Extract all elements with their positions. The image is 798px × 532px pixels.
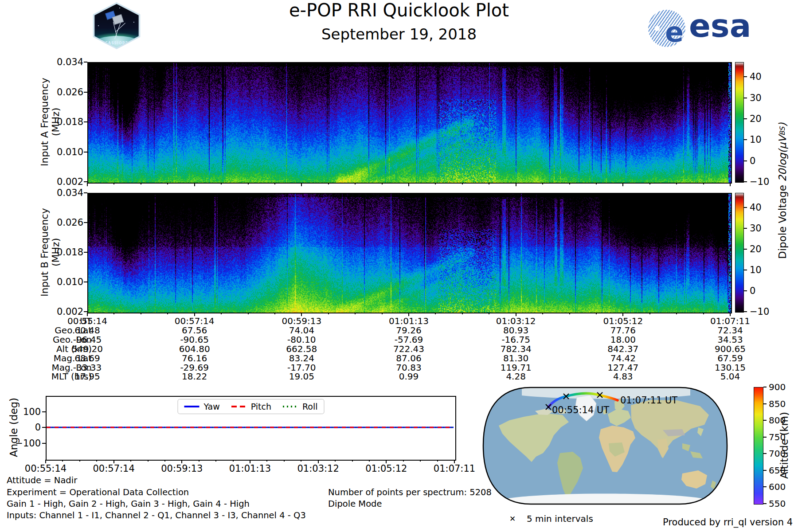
freq-tick-label: 0.010 [48, 147, 83, 157]
angle-xtick-minor [164, 460, 165, 462]
angle-xtick-minor [369, 460, 370, 462]
time-tick-major [516, 313, 516, 316]
angle-xtick-major [318, 460, 319, 463]
attitude-line: Attitude = Nadir [7, 475, 77, 485]
cbar-tick-mark [744, 118, 747, 119]
time-tick-minor [328, 313, 329, 314]
cbar-tick-mark [744, 311, 747, 312]
time-tick-minor [435, 183, 436, 184]
cbar-tick-mark [744, 249, 747, 250]
altbar-tick-mark [763, 403, 767, 404]
freq-tick-label: 0.010 [48, 277, 83, 287]
time-tick-minor [167, 313, 168, 314]
time-tick-minor [221, 313, 222, 314]
angle-xtick-minor [403, 460, 404, 462]
angle-xtick-label: 01:01:13 [215, 463, 286, 474]
yaw-line-swatch [184, 406, 200, 407]
time-tick-minor [355, 183, 356, 184]
time-tick-major [301, 313, 302, 316]
ephemeris-cell: 18.22 [141, 371, 249, 382]
spectrogram-b [87, 193, 732, 313]
cbar-tick-mark [744, 98, 747, 98]
time-tick-major [87, 183, 88, 186]
time-tick-major [408, 183, 409, 186]
inputs-line: Inputs: Channel 1 - I1, Channel 2 - Q1, … [7, 510, 306, 520]
spectrogram-a [87, 62, 732, 184]
angle-legend: YawPitchRoll [178, 399, 325, 414]
time-tick-minor [703, 313, 704, 314]
angle-xtick-minor [301, 460, 301, 462]
time-tick-minor [328, 183, 329, 184]
time-tick-minor [649, 313, 650, 314]
angle-plot: YawPitchRoll [46, 396, 456, 461]
freq-tick-mark [84, 252, 87, 253]
altbar-tick-mark [763, 503, 767, 504]
time-tick-major [194, 313, 195, 316]
angle-xtick-minor [79, 460, 80, 462]
figure: e-POP RRI Quicklook Plot September 19, 2… [0, 0, 798, 532]
colorbar-label: Dipole Voltage 20log(μVBS) [777, 66, 788, 315]
time-tick-minor [542, 313, 543, 314]
angle-xtick-minor [420, 460, 421, 462]
angle-xtick-label: 01:07:11 [419, 463, 490, 474]
cbar-tick-mark [744, 228, 747, 229]
time-tick-minor [248, 183, 249, 184]
legend-entry-pitch: Pitch [231, 402, 271, 411]
freq-tick-label: 0.026 [48, 87, 83, 98]
cbar-tick-mark [744, 181, 747, 182]
spectrogram-b-canvas [88, 194, 731, 313]
time-tick-minor [569, 183, 570, 184]
angle-xtick-minor [215, 460, 216, 462]
time-tick-major [408, 313, 409, 316]
angle-ytick-mark [42, 411, 46, 412]
time-tick-minor [167, 183, 168, 184]
freq-tick-mark [84, 282, 87, 282]
altbar-tick-label: 800 [769, 415, 786, 426]
altbar-tick-mark [763, 486, 767, 487]
freq-tick-mark [84, 152, 87, 153]
angle-xtick-major [45, 460, 46, 463]
angle-ytick-label: 100 [4, 407, 41, 417]
angle-xtick-minor [437, 460, 438, 462]
track-end-label: 01:07:11 UT [620, 395, 677, 406]
time-tick-major [516, 183, 516, 186]
experiment-line: Experiment = Operational Data Collection [7, 487, 189, 497]
legend-label: Roll [302, 402, 318, 411]
angle-xtick-minor [352, 460, 353, 462]
angle-xtick-label: 00:59:13 [146, 463, 217, 474]
time-tick-major [730, 183, 731, 186]
cbar-tick-label: 20 [750, 113, 762, 124]
angle-ytick-mark [42, 427, 46, 428]
cbar-tick-mark [744, 207, 747, 208]
ephemeris-cell: 4.28 [462, 371, 570, 382]
time-tick-minor [141, 183, 141, 184]
cbar-tick-mark [744, 139, 747, 140]
esa-wordmark: esa [689, 7, 751, 44]
freq-tick-mark [84, 181, 87, 182]
cbar-tick-mark [744, 290, 747, 291]
legend-label: Pitch [251, 402, 271, 411]
angle-xtick-minor [266, 460, 267, 462]
ephemeris-cell: 5.04 [676, 371, 784, 382]
angle-xtick-label: 01:03:12 [283, 463, 354, 474]
time-tick-minor [489, 183, 489, 184]
angle-ytick-mark [42, 443, 46, 444]
gain-line: Gain 1 - High, Gain 2 - High, Gain 3 - H… [7, 499, 250, 509]
time-tick-major [194, 183, 195, 186]
time-tick-minor [676, 183, 677, 184]
altbar-tick-label: 600 [769, 481, 786, 492]
altbar-tick-mark [763, 437, 767, 438]
legend-label: Yaw [204, 402, 220, 411]
time-tick-major [87, 313, 88, 316]
legend-entry-roll: Roll [283, 402, 318, 411]
time-tick-minor [113, 313, 114, 314]
cbar-tick-label: 0 [750, 156, 755, 166]
freq-tick-mark [84, 62, 87, 63]
interval-marker-glyph: ✕ [509, 514, 516, 523]
spectrogram-a-canvas [88, 63, 731, 183]
freq-tick-label: 0.002 [48, 176, 83, 187]
esa-globe-e: e [665, 16, 684, 48]
angle-xtick-minor [335, 460, 336, 462]
freq-tick-label: 0.018 [48, 117, 83, 127]
altbar-tick-label: 700 [769, 448, 786, 459]
